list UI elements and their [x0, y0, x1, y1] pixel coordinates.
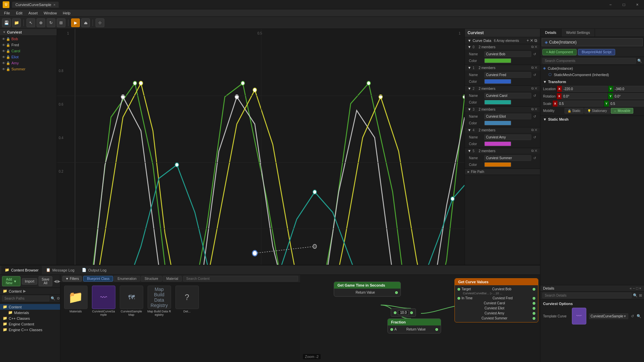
rotation-x-input[interactable] [561, 93, 607, 99]
menu-asset[interactable]: Asset [26, 10, 41, 16]
lock-icon[interactable]: 🔒 [6, 43, 10, 47]
eye-icon[interactable]: 👁 [2, 67, 5, 71]
tab-details[interactable]: Details [540, 29, 561, 37]
location-y-input[interactable] [613, 86, 644, 92]
curve-point[interactable] [175, 163, 179, 167]
tab-output-log[interactable]: 📄 Output Log [78, 266, 110, 275]
menu-edit[interactable]: Edit [13, 10, 25, 16]
lock-icon[interactable]: 🔒 [6, 55, 10, 59]
lock-icon[interactable]: 🔒 [6, 61, 10, 65]
color-0-swatch[interactable] [484, 58, 511, 63]
curve-entry-2-header[interactable]: ▼ 2 2 members ⧉ ✕ [465, 86, 540, 91]
clear-entries-button[interactable]: ✕ [530, 38, 533, 43]
curve-point[interactable] [139, 81, 143, 85]
curve-5-name-input[interactable] [484, 155, 531, 161]
tangent-handle[interactable] [313, 244, 317, 248]
maximize-button[interactable]: □ [617, 0, 631, 9]
curve-2-name-input[interactable] [484, 93, 531, 99]
curviest-item-carol[interactable]: 👁 🔒 Carol [0, 48, 57, 54]
menu-window[interactable]: Window [41, 10, 59, 16]
curve-3-name-input[interactable] [484, 114, 531, 119]
eye-icon[interactable]: 👁 [2, 61, 5, 65]
blueprint-add-script-button[interactable]: Blueprint/Add Script [578, 49, 615, 55]
eye-icon[interactable]: 👁 [2, 55, 5, 59]
active-tab[interactable]: CurviestCurveSample × [12, 2, 59, 8]
asset-materials[interactable]: 📁 Materials [63, 286, 88, 316]
curve-1-name-input[interactable] [484, 72, 531, 78]
reset-icon[interactable]: ↺ [533, 156, 536, 160]
lock-icon[interactable]: 🔒 [6, 67, 10, 71]
color-1-swatch[interactable] [484, 79, 511, 84]
maximize-icon[interactable]: □ [636, 286, 638, 290]
type-tab-enumeration[interactable]: Enumeration [114, 276, 140, 282]
minimize-icon[interactable]: − [633, 286, 635, 290]
color-4-swatch[interactable] [484, 141, 511, 146]
type-tab-material[interactable]: Material [163, 276, 182, 282]
transform-header[interactable]: ▼ Transform [543, 80, 641, 84]
search-content-input[interactable] [183, 276, 298, 282]
file-path-section[interactable]: ▶ File Path [465, 169, 540, 175]
curve-entry-1-header[interactable]: ▼ 1 2 members ⧉ ✕ [465, 65, 540, 70]
curve-0-name-input[interactable] [484, 51, 531, 57]
asset-map-build-data[interactable]: Map Build Data Registry Map Build Data R… [147, 286, 172, 316]
curviest-item-fred[interactable]: 👁 🔒 Fred [0, 42, 57, 48]
reset-icon[interactable]: ↺ [533, 73, 536, 77]
asset-curviest-sample-map[interactable]: 🗺 CurviestSample Map [119, 286, 144, 316]
movable-button[interactable]: ↔ Movable [611, 108, 634, 114]
reset-icon[interactable]: ↺ [533, 94, 536, 98]
curve-point[interactable] [133, 81, 137, 85]
transform-mode[interactable]: ⊹ [96, 18, 104, 27]
asset-curviest-curve-sample[interactable]: 〰 CurviestCurveSample [91, 286, 116, 316]
eject-button[interactable]: ⏏ [81, 18, 90, 27]
curviest-item-eliot[interactable]: 👁 🔒 Eliot [0, 54, 57, 60]
template-curve-dropdown[interactable]: CurviestCurveSample ▼ [589, 313, 628, 319]
static-button[interactable]: 🔒 Static [565, 108, 584, 114]
close-icon[interactable]: × [639, 286, 641, 290]
close-button[interactable]: × [631, 0, 644, 9]
curve-point[interactable] [367, 81, 371, 85]
add-new-button[interactable]: Add New ▼ [2, 276, 20, 286]
curve-entry-0-header[interactable]: ▼ 0 2 members ⧉ ✕ [465, 44, 540, 50]
color-3-swatch[interactable] [484, 121, 511, 125]
search-components-input[interactable] [542, 58, 636, 64]
scale-y-input[interactable] [609, 101, 644, 107]
eye-icon[interactable]: 👁 [2, 43, 5, 47]
curve-entry-5-header[interactable]: ▼ 5 2 members ⧉ ✕ [465, 148, 540, 154]
curviest-item-summer[interactable]: 👁 🔒 Summer [0, 66, 57, 72]
value-node[interactable]: 10.0 [391, 308, 416, 317]
tab-world-settings[interactable]: World Settings [561, 29, 595, 37]
lock-icon[interactable]: 🔒 [6, 49, 10, 53]
curve-entry-4-header[interactable]: ▼ 4 2 members ⧉ ✕ [465, 127, 540, 133]
component-cube-instance[interactable]: ◈ Cube(Instance) [540, 65, 644, 71]
nav-back-button[interactable]: ◀ [54, 279, 57, 284]
component-static-mesh[interactable]: ⬡ StaticMeshComponent (Inherited) [540, 71, 644, 78]
reset-icon[interactable]: ↺ [533, 115, 536, 118]
move-tool[interactable]: ⊕ [37, 18, 45, 27]
stationary-button[interactable]: 💡 Stationary [584, 108, 610, 114]
refresh-icon[interactable]: ↺ [631, 314, 634, 318]
eye-icon[interactable]: 👁 [2, 37, 5, 41]
eye-icon[interactable]: 👁 [2, 49, 5, 53]
chevron-left-icon[interactable]: « [630, 286, 632, 290]
location-x-input[interactable] [562, 86, 608, 92]
add-entry-button[interactable]: + [527, 38, 529, 43]
folder-engine-cpp-classes[interactable]: 📁 Engine C++ Classes [0, 327, 60, 333]
curve-point[interactable] [313, 190, 317, 194]
reset-icon[interactable]: ↺ [533, 135, 536, 139]
type-tab-structure[interactable]: Structure [141, 276, 162, 282]
static-mesh-header[interactable]: ▼ Static Mesh [543, 117, 641, 121]
tab-content-browser[interactable]: 📁 Content Browser [1, 266, 42, 275]
folder-materials[interactable]: 📁 Materials [0, 310, 60, 315]
curve-point[interactable] [451, 197, 454, 201]
menu-help[interactable]: Help [60, 10, 73, 16]
tab-close-icon[interactable]: × [53, 3, 55, 7]
curviest-item-amy[interactable]: 👁 🔒 Amy [0, 60, 57, 66]
import-button[interactable]: Import [22, 278, 37, 285]
secondary-search-input[interactable] [542, 293, 632, 298]
asset-det[interactable]: ? Det... [174, 286, 200, 316]
color-5-swatch[interactable] [484, 162, 511, 167]
rotate-tool[interactable]: ↻ [47, 18, 55, 27]
get-curve-values-node[interactable]: Get Curve Values Target Curviest Bob Cur… [454, 278, 538, 322]
browse-icon[interactable]: 🔍 [637, 314, 641, 318]
save-button[interactable]: 💾 [2, 18, 11, 27]
